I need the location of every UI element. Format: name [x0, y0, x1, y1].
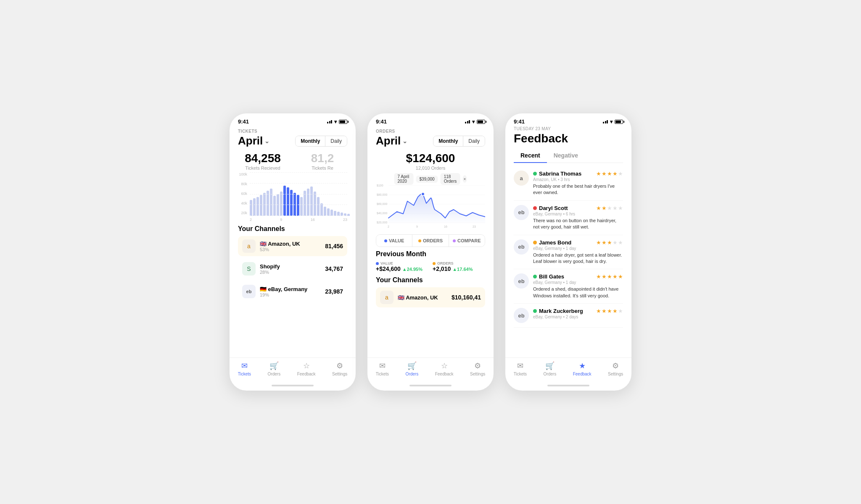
- pm-orders-change: ▲17.64%: [452, 267, 473, 272]
- nav-feedback-1[interactable]: ☆ Feedback: [297, 361, 316, 376]
- status-time-1: 9:41: [238, 118, 249, 125]
- screen-container: 9:41 ▾ TICKETS April ⌄ Monthly Daily: [213, 97, 648, 407]
- status-dot-3: [533, 275, 537, 278]
- fb-meta-0: Amazon, UK • 3 hrs: [533, 177, 623, 182]
- stat-value-1: 84,258: [238, 152, 288, 165]
- month-row-1: April ⌄ Monthly Daily: [238, 134, 347, 147]
- orders-nav-label-1: Orders: [268, 372, 281, 376]
- tooltip-close[interactable]: ×: [462, 175, 467, 183]
- feedback-item-1[interactable]: eb Daryl Scott ★★★★★ eBay, Germany • 6 h…: [514, 201, 623, 235]
- fb-meta-4: eBay, Germany • 2 days: [533, 315, 623, 319]
- feedback-item-4[interactable]: eb Mark Zuckerberg ★★★★★ eBay, Germany •…: [514, 304, 623, 328]
- star-2: ★: [602, 308, 607, 314]
- fb-text-0: Probably one of the best hair dryers I'v…: [533, 183, 623, 196]
- nav-orders-3[interactable]: 🛒 Orders: [544, 361, 557, 376]
- svg-point-10: [421, 192, 425, 196]
- amazon-info: 🇬🇧 Amazon, UK 53%: [260, 241, 325, 252]
- fb-content-1: Daryl Scott ★★★★★ eBay, Germany • 6 hrs …: [533, 205, 623, 231]
- nav-settings-1[interactable]: ⚙ Settings: [332, 361, 347, 376]
- star-3: ★: [607, 273, 612, 280]
- feedback-item-2[interactable]: eb James Bond ★★★★★ eBay, Germany • 1 da…: [514, 235, 623, 270]
- nav-orders-1[interactable]: 🛒 Orders: [268, 361, 281, 376]
- home-indicator-2: [409, 385, 452, 386]
- channel-item-amazon: a 🇬🇧 Amazon, UK 53% 81,456: [238, 236, 347, 256]
- star-5: ★: [618, 171, 623, 177]
- fb-top-2: James Bond ★★★★★: [533, 239, 623, 246]
- fb-top-0: Sabrina Thomas ★★★★★: [533, 171, 623, 177]
- daily-toggle-2[interactable]: Daily: [463, 136, 485, 146]
- monthly-toggle-2[interactable]: Monthly: [433, 136, 463, 146]
- svg-text:$80,000: $80,000: [377, 193, 387, 196]
- line-chart-svg: $100 $80,000 $60,000 $40,000 $20,000: [376, 182, 485, 228]
- tooltip-value: $39,000: [416, 176, 438, 183]
- wifi-icon-1: ▾: [334, 119, 337, 125]
- ct-orders[interactable]: ORDERS: [412, 235, 448, 247]
- amazon-info-2: 🇬🇧 Amazon, UK: [398, 294, 452, 301]
- nav-feedback-3[interactable]: ★ Feedback: [573, 361, 592, 376]
- star-5: ★: [618, 239, 623, 246]
- pm-orders-row: +2,010 ▲17.64%: [433, 265, 473, 272]
- fb-avatar-4: eb: [514, 308, 529, 323]
- fb-text-3: Ordered a shed, disapointed it didn't ha…: [533, 286, 623, 299]
- tab-recent[interactable]: Recent: [514, 149, 547, 163]
- tabs-row: Recent Negative: [514, 149, 623, 163]
- ct-compare-label: COMPARE: [457, 238, 481, 243]
- tab-negative[interactable]: Negative: [547, 149, 585, 163]
- ct-value[interactable]: VALUE: [376, 235, 412, 247]
- stars-4: ★★★★★: [596, 308, 623, 314]
- orders-icon-3: 🛒: [545, 361, 555, 370]
- svg-text:16: 16: [444, 225, 447, 228]
- chevron-icon-1[interactable]: ⌄: [264, 138, 269, 144]
- ct-compare[interactable]: COMPARE: [449, 235, 485, 247]
- nav-settings-3[interactable]: ⚙ Settings: [608, 361, 623, 376]
- signal-bars-1: [327, 120, 332, 123]
- nav-feedback-2[interactable]: ☆ Feedback: [435, 361, 454, 376]
- nav-orders-2[interactable]: 🛒 Orders: [406, 361, 419, 376]
- phone-tickets: 9:41 ▾ TICKETS April ⌄ Monthly Daily: [230, 113, 356, 391]
- amazon-pct: 53%: [260, 247, 325, 252]
- home-indicator-1: [272, 385, 314, 386]
- pm-value-num: +$24,600: [376, 265, 401, 272]
- daily-toggle-1[interactable]: Daily: [325, 136, 347, 146]
- month-title-1: April ⌄: [238, 134, 269, 147]
- orders-dot: [418, 239, 421, 242]
- p3-header: TUESDAY 23 MAY Feedback: [505, 126, 631, 149]
- fb-avatar-3: eb: [514, 273, 529, 289]
- feedback-item-3[interactable]: eb Bill Gates ★★★★★ eBay, Germany • 1 da…: [514, 269, 623, 304]
- tickets-nav-label: Tickets: [238, 372, 251, 376]
- orders-section-label: ORDERS: [376, 129, 485, 134]
- channels-section-1: Your Channels a 🇬🇧 Amazon, UK 53% 81,456…: [230, 222, 356, 357]
- shopify-pct: 28%: [260, 270, 325, 275]
- pm-row: VALUE +$24,600 ▲24.95% ORDERS +2,010 ▲17…: [376, 261, 485, 272]
- compare-dot: [453, 239, 456, 242]
- fb-name-3: Bill Gates: [539, 273, 564, 280]
- settings-icon-3: ⚙: [612, 361, 619, 370]
- nav-settings-2[interactable]: ⚙ Settings: [470, 361, 485, 376]
- feedback-item-0[interactable]: a Sabrina Thomas ★★★★★ Amazon, UK • 3 hr…: [514, 166, 623, 201]
- nav-tickets-1[interactable]: ✉ Tickets: [238, 361, 251, 376]
- fb-content-2: James Bond ★★★★★ eBay, Germany • 1 day O…: [533, 239, 623, 265]
- feedback-nav-label-1: Feedback: [297, 372, 316, 376]
- star-1: ★: [596, 239, 601, 246]
- nav-tickets-3[interactable]: ✉ Tickets: [514, 361, 527, 376]
- nav-tickets-2[interactable]: ✉ Tickets: [376, 361, 389, 376]
- svg-text:9: 9: [416, 225, 418, 228]
- chevron-icon-2[interactable]: ⌄: [402, 138, 407, 144]
- shopify-icon: S: [242, 262, 256, 276]
- stat-main-1: 84,258 Tickets Recieved: [238, 152, 288, 171]
- star-4: ★: [613, 171, 618, 177]
- stat-label-dim-1: Tickets Re: [298, 165, 347, 171]
- monthly-toggle-1[interactable]: Monthly: [296, 136, 325, 146]
- star-2: ★: [602, 239, 607, 246]
- pm-title: Previous Month: [376, 250, 485, 258]
- fb-name-1: Daryl Scott: [539, 205, 568, 211]
- shopify-value: 34,767: [325, 265, 343, 272]
- feedback-title: Feedback: [514, 132, 623, 145]
- status-dot-4: [533, 309, 537, 313]
- star-4: ★: [613, 308, 618, 314]
- shopify-name: Shopify: [260, 263, 325, 270]
- bar-fill-29: [347, 214, 350, 216]
- feedback-icon-3: ★: [579, 361, 586, 370]
- star-3: ★: [607, 308, 612, 314]
- p2-chart-area: 7 April 2020 $39,000 118 Orders × $100 $…: [376, 172, 485, 231]
